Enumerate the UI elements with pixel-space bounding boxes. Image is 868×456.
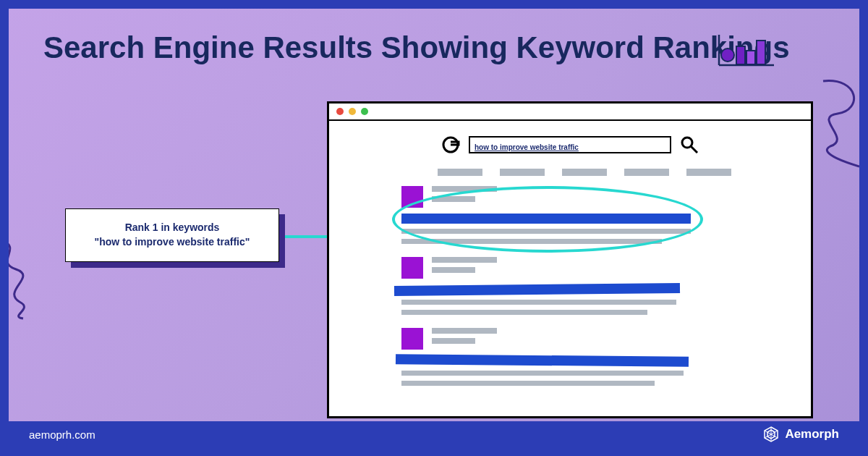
tab-item[interactable] [624,169,669,176]
footer-bar: aemoprh.com Aemorph [9,421,859,447]
browser-window: how to improve website traffic [327,101,813,418]
search-results [401,186,811,386]
result-snippet [401,239,662,244]
search-input[interactable]: how to improve website traffic [469,136,671,153]
svg-rect-5 [757,41,765,64]
svg-point-2 [721,48,734,62]
svg-line-10 [691,146,697,153]
page-title: Search Engine Results Showing Keyword Ra… [43,30,790,65]
svg-point-9 [682,138,692,148]
callout-line-1: Rank 1 in keywords [125,221,220,235]
brand: Aemorph [763,426,839,442]
search-result-1 [401,186,811,244]
result-favicon-icon [401,257,423,279]
result-title-link[interactable] [394,283,680,296]
google-logo-icon [441,135,460,154]
tab-item[interactable] [686,169,731,176]
search-tabs [438,169,811,176]
result-url [432,267,475,273]
footer-url: aemoprh.com [29,428,95,441]
svg-rect-4 [746,51,755,64]
maximize-dot-icon [361,108,368,115]
search-result-3 [401,328,811,386]
decorative-squiggle-right [809,74,868,168]
decorative-squiggle-left [0,233,45,320]
result-snippet [401,300,676,305]
result-favicon-icon [401,186,423,208]
tab-item[interactable] [438,169,482,176]
result-snippet [401,310,647,315]
close-dot-icon [336,108,344,115]
search-result-2 [401,257,811,315]
result-url [432,196,475,202]
result-title-link[interactable] [396,354,689,367]
search-icon[interactable] [680,135,699,154]
result-title-link[interactable] [401,214,691,224]
search-row: how to improve website traffic [329,135,811,154]
result-url [432,338,475,344]
tab-item[interactable] [562,169,607,176]
bar-chart-icon [718,33,775,67]
tab-item[interactable] [500,169,545,176]
svg-rect-3 [736,46,745,64]
brand-logo-icon [763,426,779,442]
minimize-dot-icon [349,108,356,115]
result-site-name [432,257,497,263]
result-favicon-icon [401,328,423,350]
rank-callout: Rank 1 in keywords "how to improve websi… [65,208,279,262]
result-snippet [401,229,691,234]
result-site-name [432,328,497,334]
brand-name: Aemorph [785,427,839,442]
callout-line-2: "how to improve website traffic" [95,235,250,250]
result-snippet [401,371,684,376]
result-site-name [432,186,497,192]
browser-titlebar [329,104,811,121]
result-snippet [401,381,655,386]
